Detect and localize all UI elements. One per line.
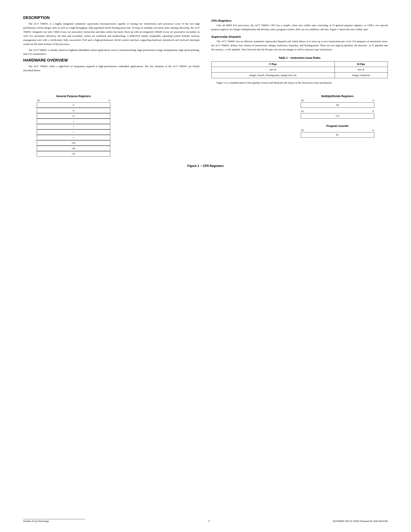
table-row: one of: one of: <box>211 67 388 72</box>
superscalar-dispatch-para1: The ACT 7000SC has an efficient symmetri… <box>211 39 388 52</box>
table-col-mpipe: M Pipe <box>335 61 388 67</box>
hi-bit-labels: 63 0 <box>301 99 374 102</box>
gpr-bit-left: 63 <box>37 99 40 102</box>
hi-bit-right: 0 <box>373 99 374 102</box>
main-content: Description The ACT 7000SC is a highly i… <box>23 16 388 87</box>
table-cell-f-row2: integer, branch, floating-point, integer… <box>211 72 335 78</box>
hi-register: HI <box>301 102 374 108</box>
gpr-label: General Purpose Registers <box>56 95 91 98</box>
gpr-rows: 0 r1 r2 • • • • r29 r30 r31 <box>37 102 110 156</box>
footer-company: Aeroflex Circuit Technology <box>23 519 85 522</box>
lo-rows: LO <box>301 113 374 119</box>
description-title: Description <box>23 16 200 20</box>
footer: Aeroflex Circuit Technology 2 SCD7000SC … <box>23 519 388 522</box>
multiply-divide-diagram: Multiply/Divide Registers 63 0 HI 63 0 <box>287 95 388 119</box>
table-row: integer, branch, floating-point, integer… <box>211 72 388 78</box>
pc-register: PC <box>301 132 374 138</box>
description-para2: The ACT 7000SC is ideally suited for hig… <box>23 48 200 56</box>
gpr-row-dot4: • <box>37 135 110 140</box>
gpr-row-r29: r29 <box>37 140 110 146</box>
table-cell-f-row1: one of: <box>211 67 335 72</box>
pc-bit-right: 0 <box>373 129 374 132</box>
gpr-row-dot3: • <box>37 129 110 135</box>
description-para1: The ACT 7000SC is a highly integrated sy… <box>23 22 200 46</box>
pc-bit-labels: 63 0 <box>301 129 374 132</box>
lo-register: LO <box>301 113 374 119</box>
multiply-divide-label: Multiply/Divide Registers <box>321 95 354 98</box>
gpr-diagram: General Purpose Registers 63 0 0 r1 r2 •… <box>23 95 124 156</box>
pc-rows: PC <box>301 132 374 138</box>
md-rows: HI <box>301 102 374 108</box>
hi-bit-left: 63 <box>301 99 304 102</box>
cpu-registers-para1: Like all MIPS ISA processors, the ACT 70… <box>211 23 388 31</box>
table-cell-m-row2: integer, load/store <box>335 72 388 78</box>
cpu-registers-title: CPU Registers <box>211 19 388 22</box>
gpr-bit-labels: 63 0 <box>37 99 110 102</box>
lo-bit-right: 0 <box>373 110 374 113</box>
pc-bit-left: 63 <box>301 129 304 132</box>
table-cell-m-row1: one of: <box>335 67 388 72</box>
table-note-para: Figure 2 is a simplification of the pipe… <box>211 81 388 85</box>
function-italic: function <box>358 44 367 47</box>
superscalar-dispatch-title: Superscalar Dispatch <box>211 35 388 38</box>
page: Description The ACT 7000SC is a highly i… <box>0 0 411 532</box>
gpr-row-dot2: • <box>37 124 110 129</box>
footer-doc-info: SCD7000SC REV B 7/30/01 Plainview NY (51… <box>333 520 388 522</box>
program-counter-label: Program Counter <box>326 124 348 127</box>
right-diagrams: Multiply/Divide Registers 63 0 HI 63 0 <box>287 95 388 138</box>
hardware-overview-para1: The ACT 7000SC offers a high-level of in… <box>23 64 200 73</box>
lo-bit-left: 63 <box>301 110 304 113</box>
diagrams-section: General Purpose Registers 63 0 0 r1 r2 •… <box>23 95 388 156</box>
gpr-row-r30: r30 <box>37 146 110 151</box>
gpr-row-r31: r31 <box>37 151 110 156</box>
gpr-row-r2: r2 <box>37 113 110 119</box>
table-col-fpipe: F Pipe <box>211 61 335 67</box>
memory-italic: memory <box>215 48 224 51</box>
figure-caption: Figure 1 – CP0 Registers <box>23 164 388 168</box>
hardware-overview-title: Hardware Overview <box>23 58 200 63</box>
gpr-bit-right: 0 <box>109 99 110 102</box>
diagrams-row: General Purpose Registers 63 0 0 r1 r2 •… <box>23 95 388 156</box>
lo-bit-labels: 63 0 <box>301 110 374 113</box>
gpr-row-0: 0 <box>37 102 110 108</box>
left-column: Description The ACT 7000SC is a highly i… <box>23 16 200 87</box>
gpr-row-r1: r1 <box>37 108 110 113</box>
gpr-row-dot1: • <box>37 119 110 124</box>
right-column: CPU Registers Like all MIPS ISA processo… <box>211 16 388 87</box>
instruction-issue-table: F Pipe M Pipe one of: one of: integer, b… <box>211 61 388 78</box>
footer-page-number: 2 <box>208 520 210 522</box>
program-counter-diagram: Program Counter 63 0 PC <box>287 124 388 138</box>
table1-caption: Table 1 – Instruction Issue Rules <box>211 56 388 59</box>
